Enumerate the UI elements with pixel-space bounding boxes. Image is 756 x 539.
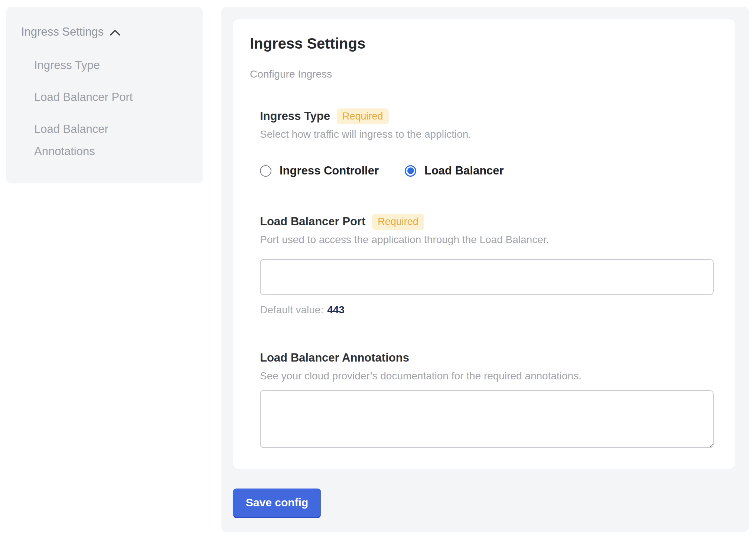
- settings-panel: Ingress Settings Configure Ingress Ingre…: [221, 7, 749, 532]
- sidebar-group-label: Ingress Settings: [21, 25, 104, 39]
- page-title: Ingress Settings: [250, 35, 714, 52]
- load-balancer-port-input[interactable]: [260, 259, 714, 295]
- field-load-balancer-port: Load Balancer Port Required Port used to…: [260, 213, 714, 316]
- radio-option-load-balancer[interactable]: Load Balancer: [405, 164, 504, 177]
- radio-unselected-icon[interactable]: [260, 165, 271, 177]
- radio-label: Ingress Controller: [280, 164, 379, 177]
- field-label-row: Load Balancer Annotations: [260, 349, 714, 366]
- required-badge: Required: [372, 214, 424, 230]
- field-description: Port used to access the application thro…: [260, 234, 714, 246]
- field-label-row: Load Balancer Port Required: [260, 213, 714, 230]
- page-subtitle: Configure Ingress: [250, 68, 714, 80]
- sidebar-group-ingress-settings[interactable]: Ingress Settings: [21, 25, 188, 39]
- radio-selected-icon[interactable]: [405, 165, 416, 177]
- field-description: Select how traffic will ingress to the a…: [260, 128, 714, 140]
- sidebar-item-ingress-type[interactable]: Ingress Type: [34, 54, 157, 76]
- save-config-button[interactable]: Save config: [233, 489, 321, 517]
- field-label: Load Balancer Annotations: [260, 351, 409, 365]
- field-label-row: Ingress Type Required: [260, 108, 714, 125]
- field-load-balancer-annotations: Load Balancer Annotations See your cloud…: [260, 349, 714, 448]
- sidebar-item-list: Ingress Type Load Balancer Port Load Bal…: [34, 54, 188, 163]
- radio-option-ingress-controller[interactable]: Ingress Controller: [260, 164, 379, 177]
- load-balancer-annotations-textarea[interactable]: [260, 390, 714, 448]
- field-ingress-type: Ingress Type Required Select how traffic…: [260, 108, 714, 177]
- radio-label: Load Balancer: [424, 164, 504, 177]
- settings-sidebar: Ingress Settings Ingress Type Load Balan…: [6, 7, 203, 183]
- sidebar-item-load-balancer-annotations[interactable]: Load Balancer Annotations: [34, 118, 157, 163]
- default-value: 443: [327, 304, 345, 316]
- field-label: Load Balancer Port: [260, 215, 365, 228]
- default-value-label: Default value:: [260, 304, 323, 316]
- chevron-up-icon: [110, 29, 121, 36]
- required-badge: Required: [337, 108, 389, 124]
- ingress-settings-card: Ingress Settings Configure Ingress Ingre…: [233, 19, 735, 469]
- default-value-line: Default value:443: [260, 304, 714, 316]
- field-description: See your cloud provider’s documentation …: [260, 370, 714, 382]
- ingress-type-options: Ingress Controller Load Balancer: [260, 164, 714, 177]
- sidebar-item-load-balancer-port[interactable]: Load Balancer Port: [34, 86, 157, 108]
- field-label: Ingress Type: [260, 110, 330, 123]
